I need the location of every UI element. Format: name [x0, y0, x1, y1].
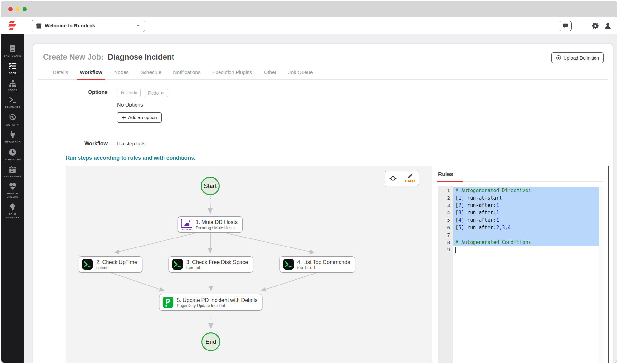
rundeck-logo-icon — [1, 21, 24, 31]
skip-forward-icon — [161, 91, 164, 95]
code-line-6: [5] run-after:2,3,4 — [453, 224, 599, 231]
code-line-7 — [453, 231, 599, 239]
close-window-button[interactable] — [8, 7, 13, 11]
code-line-8: # Autogenerated Conditions — [453, 239, 599, 246]
checklist-icon — [1, 62, 24, 70]
user-profile-icon[interactable] — [604, 22, 612, 30]
undo-button[interactable]: Undo — [117, 89, 141, 97]
tab-details[interactable]: Details — [53, 70, 68, 79]
tab-notifications[interactable]: Notifications — [173, 70, 200, 79]
chevron-down-icon — [136, 23, 141, 28]
svg-text:P: P — [165, 298, 170, 306]
text-cursor — [455, 247, 456, 253]
code-line-1: # Autogenerated Directives — [453, 187, 599, 194]
code-line-2: [1] run-at-start — [453, 194, 599, 202]
crosshair-icon — [389, 175, 397, 182]
sidebar-item-calendars[interactable]: CALENDARS — [1, 165, 24, 178]
sidebar-item-commands[interactable]: COMMANDS — [1, 96, 24, 109]
code-line-9 — [453, 246, 599, 254]
sidebar-item-jobs[interactable]: JOBS — [1, 62, 24, 75]
rules-panel: Rules 1 2 3 4 5 6 7 8 — [432, 166, 608, 363]
code-line-4: [3] run-after:1 — [453, 209, 599, 217]
code-line-3: [2] run-after:1 — [453, 202, 599, 209]
no-options-text: No Options — [117, 102, 613, 108]
redo-button[interactable]: Redo — [145, 89, 168, 97]
left-sidebar: DASHBOARD JOBS NODES COMMANDS ACTIVITY W… — [1, 34, 24, 363]
page-title-prefix: Create New Job: — [43, 52, 104, 61]
project-selector-label: Welcome to Rundeck — [45, 23, 136, 29]
upload-icon — [556, 55, 561, 61]
feedback-chat-button[interactable] — [559, 21, 572, 31]
sidebar-item-health-checks[interactable]: HEALTH CHECKS — [1, 182, 24, 199]
code-gutter: 1 2 3 4 5 6 7 8 9 — [438, 186, 453, 363]
upload-definition-button[interactable]: Upload Definition — [551, 52, 604, 63]
sidebar-item-dashboard[interactable]: DASHBOARD — [1, 44, 24, 58]
workflow-step-2[interactable]: 2. Check UpTime uptime — [79, 256, 142, 273]
lightbulb-icon — [1, 203, 24, 211]
calendar-icon — [1, 165, 24, 173]
heart-pulse-icon — [1, 182, 24, 191]
tab-workflow[interactable]: Workflow — [80, 70, 102, 79]
workflow-start-node[interactable]: Start — [201, 177, 220, 195]
workflow-canvas: Start DATADOG 1. Mute DD Hosts Datadog /… — [66, 166, 609, 363]
code-area[interactable]: # Autogenerated Directives [1] run-at-st… — [453, 186, 599, 363]
code-line-5: [4] run-after:1 — [453, 217, 599, 224]
job-tabs: Details Workflow Nodes Schedule Notifica… — [38, 70, 608, 80]
rules-panel-title: Rules — [438, 171, 603, 178]
terminal-step-icon — [82, 259, 93, 270]
edit-rules-button[interactable]: Beta! — [401, 171, 419, 186]
workflow-step-3[interactable]: 3. Check Free Disk Space free -mh — [169, 256, 253, 273]
project-box-icon — [36, 23, 42, 29]
tab-nodes[interactable]: Nodes — [114, 70, 129, 79]
workflow-label: Workflow — [33, 140, 117, 146]
workflow-step-1[interactable]: DATADOG 1. Mute DD Hosts Datadog / Mute … — [178, 216, 243, 233]
project-selector-dropdown[interactable]: Welcome to Rundeck — [32, 20, 145, 32]
terminal-step-icon — [283, 259, 294, 270]
tab-execution-plugins[interactable]: Execution Plugins — [212, 70, 252, 79]
datadog-icon: DATADOG — [181, 219, 192, 230]
job-name: Diagnose Incident — [108, 52, 174, 61]
workflow-step-5[interactable]: P 5. Update PD Incident with Details Pag… — [159, 294, 262, 311]
gear-icon[interactable] — [592, 22, 599, 30]
center-view-button[interactable] — [385, 171, 401, 186]
terminal-step-icon — [172, 259, 183, 270]
tab-schedule[interactable]: Schedule — [141, 70, 162, 79]
diagram-toolbar: Beta! — [385, 171, 419, 186]
history-icon — [1, 113, 24, 122]
workflow-end-node[interactable]: End — [201, 332, 220, 351]
sidebar-item-nodes[interactable]: NODES — [1, 79, 24, 92]
app-window: Welcome to Rundeck DASHBOARD — [1, 1, 617, 363]
terminal-icon — [1, 96, 24, 104]
workflow-step-4[interactable]: 4. List Top Commands top -b -n 1 — [280, 256, 355, 273]
sidebar-item-tour-manager[interactable]: TOUR MANAGER — [1, 203, 24, 219]
section-divider — [38, 132, 608, 132]
if-step-fails-label: If a step fails: — [117, 140, 613, 146]
main-area: Create New Job: Diagnose Incident Upload… — [24, 34, 617, 363]
tab-other[interactable]: Other — [264, 70, 276, 79]
rules-code-editor[interactable]: 1 2 3 4 5 6 7 8 9 # Autoge — [438, 186, 603, 363]
beta-badge: Beta! — [405, 179, 415, 183]
undo-redo-group: Undo Redo — [117, 89, 613, 97]
rules-title-underline — [438, 181, 603, 182]
plus-icon — [122, 116, 126, 120]
clock-icon — [1, 148, 24, 156]
pencil-icon — [407, 173, 413, 179]
sidebar-item-webhooks[interactable]: WEBHOOKS — [1, 131, 24, 144]
workflow-strategy-link[interactable]: Run steps according to rules and with co… — [66, 155, 195, 161]
window-titlebar — [1, 1, 617, 17]
page-title: Create New Job: Diagnose Incident — [43, 52, 174, 61]
code-scrollbar[interactable] — [599, 186, 603, 363]
clipboard-icon — [1, 44, 24, 53]
sidebar-item-activity[interactable]: ACTIVITY — [1, 113, 24, 126]
add-option-button[interactable]: Add an option — [117, 112, 162, 123]
sidebar-item-schedules[interactable]: SCHEDULES — [1, 148, 24, 161]
job-editor-card: Create New Job: Diagnose Incident Upload… — [33, 44, 613, 363]
zoom-window-button[interactable] — [23, 7, 27, 11]
workflow-diagram[interactable]: Start DATADOG 1. Mute DD Hosts Datadog /… — [66, 166, 432, 363]
sitemap-icon — [1, 79, 24, 87]
tab-job-queue[interactable]: Job Queue — [288, 70, 313, 79]
minimize-window-button[interactable] — [15, 7, 20, 11]
options-label: Options — [33, 89, 117, 123]
pagerduty-icon: P — [162, 297, 173, 308]
plug-icon — [1, 131, 24, 139]
